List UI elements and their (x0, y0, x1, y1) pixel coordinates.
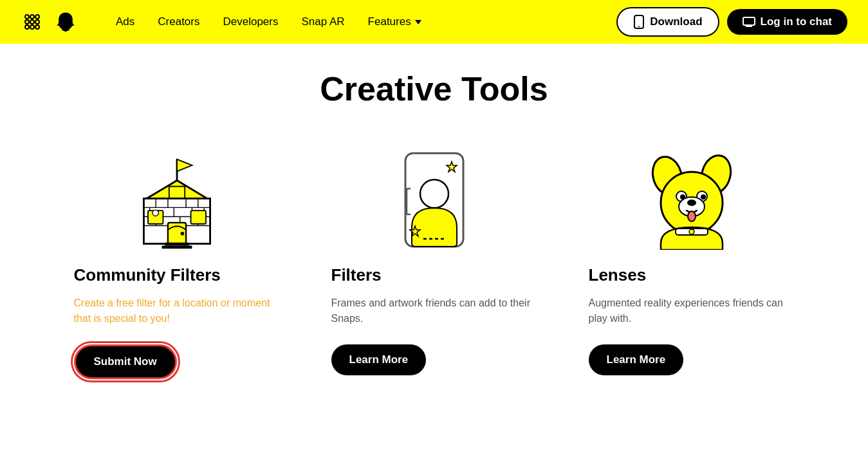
page-title: Creative Tools (320, 70, 548, 108)
submit-now-button[interactable]: Submit Now (74, 344, 177, 379)
nav-left (21, 10, 77, 33)
nav-link-creators[interactable]: Creators (158, 15, 199, 28)
lenses-desc: Augmented reality experiences friends ca… (589, 295, 795, 326)
lenses-icon (589, 147, 795, 250)
nav-link-ads[interactable]: Ads (116, 15, 134, 28)
lenses-title: Lenses (589, 265, 647, 285)
nav-links: Ads Creators Developers Snap AR Features (116, 15, 421, 28)
phone-icon (633, 15, 645, 29)
svg-point-3 (25, 20, 29, 24)
nav-actions: Download Log in to chat (616, 7, 847, 37)
svg-point-54 (687, 200, 696, 206)
community-filters-card: Community Filters Create a free filter f… (74, 147, 280, 379)
community-filters-icon (74, 147, 280, 250)
main-content: Creative Tools (0, 44, 868, 418)
nav-link-developers[interactable]: Developers (223, 15, 278, 28)
grid-icon[interactable] (21, 10, 44, 33)
nav-link-snap-ar[interactable]: Snap AR (301, 15, 344, 28)
svg-point-7 (30, 25, 34, 29)
svg-marker-13 (177, 159, 192, 171)
svg-point-2 (35, 15, 39, 19)
svg-point-57 (689, 229, 694, 234)
svg-point-35 (180, 232, 184, 236)
svg-point-8 (35, 25, 39, 29)
svg-rect-15 (169, 187, 184, 199)
svg-point-32 (152, 210, 158, 216)
monitor-icon (743, 17, 755, 27)
cards-row: Community Filters Create a free filter f… (51, 147, 817, 379)
filters-desc: Frames and artwork friends can add to th… (331, 295, 537, 326)
community-filters-title: Community Filters (74, 265, 221, 285)
lenses-learn-more-button[interactable]: Learn More (589, 344, 684, 375)
features-chevron-icon (415, 20, 421, 24)
filters-icon (331, 147, 537, 250)
filters-title: Filters (331, 265, 382, 285)
nav-link-features[interactable]: Features (368, 15, 421, 28)
svg-point-4 (30, 20, 34, 24)
svg-point-1 (30, 15, 34, 19)
svg-point-5 (35, 20, 39, 24)
svg-point-52 (701, 194, 706, 200)
svg-point-39 (420, 180, 448, 208)
svg-point-0 (25, 15, 29, 19)
filters-learn-more-button[interactable]: Learn More (331, 344, 427, 375)
svg-rect-11 (743, 17, 755, 25)
download-button[interactable]: Download (616, 7, 719, 37)
svg-point-6 (25, 25, 29, 29)
lenses-card: Lenses Augmented reality experiences fri… (589, 147, 795, 379)
login-button[interactable]: Log in to chat (727, 9, 847, 35)
filters-card: Filters Frames and artwork friends can a… (331, 147, 537, 379)
svg-point-55 (688, 211, 696, 221)
svg-point-10 (638, 26, 640, 27)
snapchat-ghost-icon[interactable] (54, 10, 77, 33)
svg-rect-36 (165, 243, 189, 246)
navbar: Ads Creators Developers Snap AR Features… (0, 0, 868, 44)
svg-rect-33 (190, 211, 205, 224)
svg-rect-37 (162, 245, 192, 248)
community-filters-desc: Create a free filter for a location or m… (74, 295, 280, 326)
